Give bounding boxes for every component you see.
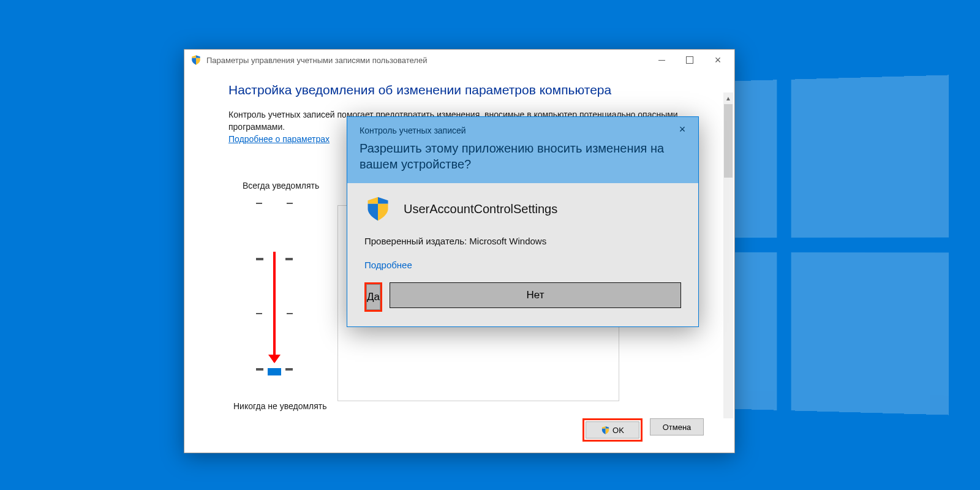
shield-icon <box>364 195 391 222</box>
learn-more-link[interactable]: Подробнее о параметрах <box>228 134 330 144</box>
scroll-up-button[interactable]: ▲ <box>723 92 733 104</box>
scroll-thumb[interactable] <box>724 104 733 178</box>
close-button[interactable]: × <box>704 51 732 69</box>
uac-publisher: Проверенный издатель: Microsoft Windows <box>364 236 681 246</box>
no-button[interactable]: Нет <box>390 282 681 308</box>
notification-slider[interactable] <box>256 203 293 386</box>
uac-app-name: UserAccountControlSettings <box>404 202 557 216</box>
ok-highlight: OK <box>582 418 643 442</box>
scrollbar[interactable]: ▲ <box>723 92 733 418</box>
ok-button[interactable]: OK <box>586 421 639 439</box>
shield-icon <box>190 55 202 66</box>
window-title: Параметры управления учетными записями п… <box>206 56 647 65</box>
yes-button[interactable]: Да <box>366 284 380 310</box>
uac-prompt-dialog: Контроль учетных записей × Разрешить это… <box>347 116 699 327</box>
cancel-button[interactable]: Отмена <box>650 418 704 435</box>
minimize-button[interactable] <box>647 51 676 69</box>
slider-bottom-label: Никогда не уведомлять <box>233 401 414 411</box>
page-heading: Настройка уведомления об изменении парам… <box>228 83 698 97</box>
uac-subheading: Контроль учетных записей <box>360 126 686 135</box>
yes-highlight: Да <box>364 282 382 312</box>
uac-question: Разрешить этому приложению вносить измен… <box>360 140 686 172</box>
maximize-button[interactable] <box>676 51 704 69</box>
uac-details-link[interactable]: Подробнее <box>364 260 412 270</box>
highlight-arrow <box>273 252 276 362</box>
titlebar: Параметры управления учетными записями п… <box>184 50 734 70</box>
slider-thumb[interactable] <box>268 368 281 375</box>
shield-icon <box>601 426 610 435</box>
uac-close-button[interactable]: × <box>670 121 695 138</box>
